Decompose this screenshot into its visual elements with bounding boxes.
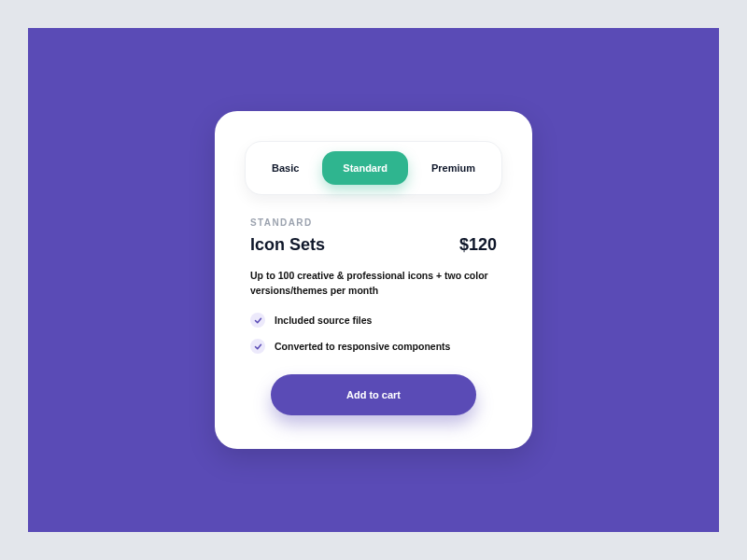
- tab-basic[interactable]: Basic: [259, 153, 312, 183]
- feature-row: Converted to responsive components: [250, 339, 497, 354]
- plan-price: $120: [459, 235, 497, 255]
- stage: Basic Standard Premium STANDARD Icon Set…: [28, 28, 719, 532]
- feature-label: Converted to responsive components: [275, 341, 450, 352]
- check-icon: [250, 339, 265, 354]
- plan-tabs: Basic Standard Premium: [245, 141, 502, 195]
- tab-premium[interactable]: Premium: [418, 153, 488, 183]
- title-row: Icon Sets $120: [250, 235, 497, 255]
- plan-title: Icon Sets: [250, 235, 325, 255]
- plan-eyebrow: STANDARD: [250, 217, 497, 228]
- feature-row: Included source files: [250, 313, 497, 328]
- plan-description: Up to 100 creative & professional icons …: [250, 268, 497, 299]
- check-icon: [250, 313, 265, 328]
- add-to-cart-button[interactable]: Add to cart: [271, 374, 476, 415]
- plan-details: STANDARD Icon Sets $120 Up to 100 creati…: [245, 195, 502, 416]
- tab-standard[interactable]: Standard: [322, 151, 408, 185]
- pricing-card: Basic Standard Premium STANDARD Icon Set…: [215, 111, 532, 450]
- feature-label: Included source files: [275, 315, 372, 326]
